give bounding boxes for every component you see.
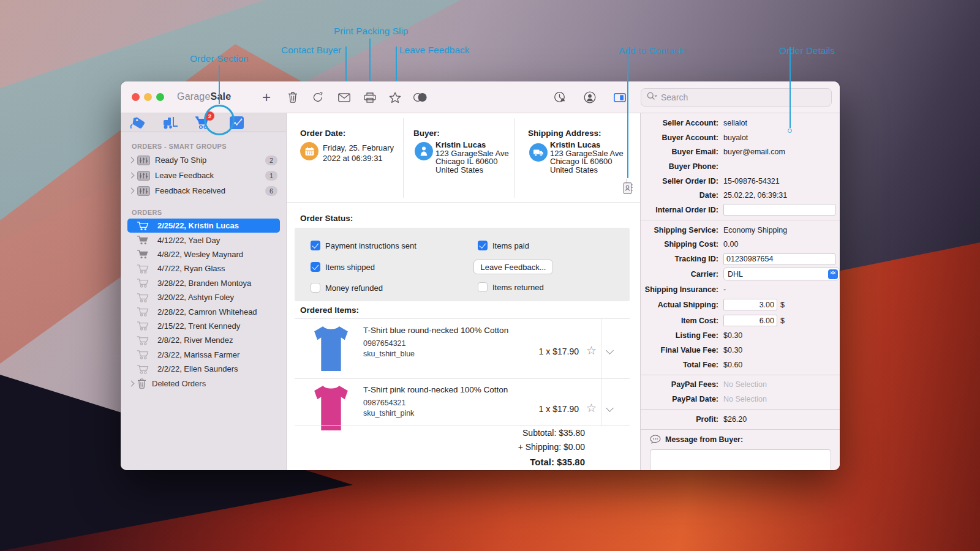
shipping-insurance-value: -: [723, 285, 726, 294]
detail-row: Shipping Cost:0.00: [641, 238, 840, 252]
item-sku: sku_tshirt_pink: [363, 409, 414, 418]
detail-row: Final Value Fee:$0.30: [641, 343, 840, 358]
order-list-item[interactable]: 3/28/22, Branden Montoya: [121, 276, 286, 290]
sidebar-item-deleted-orders[interactable]: Deleted Orders: [121, 376, 286, 391]
annotation-print-packing-slip: Print Packing Slip: [334, 26, 408, 37]
garagesale-window: GarageSale +: [121, 81, 840, 470]
shipping-service-value: Economy Shipping: [723, 226, 787, 234]
expand-chevron-icon[interactable]: [606, 347, 614, 354]
add-button[interactable]: +: [257, 89, 276, 105]
account-person-icon[interactable]: [581, 89, 599, 105]
buyer-email-value: buyer@email.com: [723, 148, 785, 156]
smart-group-icon: [137, 171, 150, 181]
cart-icon: [137, 321, 149, 331]
message-from-buyer-textarea[interactable]: [650, 449, 831, 470]
internal-order-id-input[interactable]: [723, 204, 835, 216]
sidebar-item-ready-to-ship[interactable]: Ready To Ship 2: [121, 152, 286, 168]
zoom-window-button[interactable]: [156, 93, 164, 101]
seller-order-id-value: 15-09876-54321: [723, 177, 780, 186]
checkbox-checked-icon[interactable]: [311, 262, 320, 272]
calendar-icon: [300, 142, 318, 160]
ordered-items-heading: Ordered Items:: [300, 305, 359, 315]
order-date-heading: Order Date:: [300, 129, 345, 138]
checkbox-checked-icon[interactable]: [478, 241, 488, 250]
minimize-window-button[interactable]: [144, 93, 152, 101]
sidebar-item-leave-feedback[interactable]: Leave Feedback 1: [121, 168, 286, 183]
divider: [514, 118, 515, 198]
disclosure-chevron-icon[interactable]: [129, 380, 135, 386]
order-list-item[interactable]: 2/25/22, Kristin Lucas: [121, 219, 286, 233]
buyer-person-icon: [415, 142, 433, 160]
tracking-id-input[interactable]: [723, 253, 835, 265]
order-list-item[interactable]: 4/8/22, Wesley Maynard: [121, 247, 286, 261]
disclosure-chevron-icon[interactable]: [129, 157, 135, 163]
search-input[interactable]: [661, 92, 826, 102]
divider: [641, 409, 840, 410]
divider: [641, 220, 840, 220]
order-date-value: Friday, 25. February2022 at 06:39:31: [323, 143, 394, 163]
order-list-item[interactable]: 2/15/22, Trent Kennedy: [121, 319, 286, 333]
annotation-add-to-contacts: Add to Contacts: [619, 45, 686, 56]
order-details-panel: Seller Account:sellalot Buyer Account:bu…: [640, 113, 840, 470]
sidebar: ORDERS - SMART GROUPS Ready To Ship 2 Le…: [121, 132, 287, 470]
item-title: T-Shirt pink round-necked 100% Cotton: [363, 385, 508, 394]
cart-icon: [137, 278, 149, 288]
checkbox-unchecked-icon[interactable]: [311, 283, 320, 293]
detail-row: Carrier: DHL: [641, 266, 840, 282]
order-list-item[interactable]: 2/8/22, River Mendez: [121, 333, 286, 347]
buyer-heading: Buyer:: [413, 129, 440, 138]
refresh-icon[interactable]: [309, 89, 327, 105]
checkbox-payment-instructions[interactable]: Payment instructions sent: [311, 241, 417, 250]
order-list-item[interactable]: 4/12/22, Yael Day: [121, 233, 286, 247]
notifications-clock-icon[interactable]: [551, 89, 570, 105]
annotation-dot: [788, 129, 792, 133]
order-list-item[interactable]: 2/3/22, Marissa Farmer: [121, 348, 286, 362]
checkbox-checked-icon[interactable]: [311, 241, 320, 250]
grand-total: Total: $35.80: [518, 457, 585, 467]
leave-feedback-button[interactable]: Leave Feedback...: [473, 260, 553, 274]
item-id: 0987654321: [363, 399, 406, 407]
ordered-item-row[interactable]: T-Shirt blue round-necked 100% Cotton 09…: [287, 318, 630, 378]
checkbox-items-paid[interactable]: Items paid: [478, 241, 529, 250]
carrier-select[interactable]: DHL: [723, 268, 840, 280]
favorite-star-icon[interactable]: ☆: [586, 345, 597, 356]
tab-listings[interactable]: [121, 116, 154, 130]
sidebar-item-feedback-received[interactable]: Feedback Received 6: [121, 183, 286, 198]
trash-icon[interactable]: [284, 89, 302, 105]
leave-feedback-star-icon[interactable]: [386, 89, 404, 105]
contact-buyer-email-icon[interactable]: [335, 89, 353, 105]
disclosure-chevron-icon[interactable]: [129, 188, 135, 194]
trash-icon: [137, 378, 146, 389]
order-status-heading: Order Status:: [300, 214, 353, 223]
item-cost-input[interactable]: [723, 315, 777, 326]
detail-row: Actual Shipping:$: [641, 297, 840, 313]
detail-row: Buyer Account:buyalot: [641, 130, 840, 145]
ordered-item-row[interactable]: T-Shirt pink round-necked 100% Cotton 09…: [287, 378, 630, 425]
checkbox-items-shipped[interactable]: Items shipped: [311, 262, 375, 272]
shipping-address: Kristin Lucas 123 GarageSale Ave Chicago…: [550, 141, 624, 174]
checkbox-items-returned[interactable]: Items returned: [478, 282, 544, 292]
toggle-flags-icon[interactable]: [411, 89, 429, 105]
print-packing-slip-icon[interactable]: [361, 89, 379, 105]
checkbox-money-refunded[interactable]: Money refunded: [311, 283, 383, 293]
toggle-sidebar-icon[interactable]: [611, 89, 629, 105]
stepper-icon[interactable]: [828, 269, 838, 279]
favorite-star-icon[interactable]: ☆: [586, 403, 597, 414]
tab-shipping[interactable]: [154, 116, 187, 130]
order-list-item[interactable]: 4/7/22, Ryan Glass: [121, 261, 286, 276]
search-field[interactable]: [641, 88, 832, 107]
order-list-item[interactable]: 2/28/22, Camron Whitehead: [121, 304, 286, 318]
expand-chevron-icon[interactable]: [606, 404, 614, 412]
order-list-item[interactable]: 3/20/22, Ashtyn Foley: [121, 290, 286, 304]
item-id: 0987654321: [363, 339, 406, 348]
divider: [403, 118, 404, 198]
checkbox-unchecked-icon[interactable]: [478, 282, 488, 292]
actual-shipping-input[interactable]: [723, 299, 777, 310]
disclosure-chevron-icon[interactable]: [129, 173, 135, 179]
annotation-leave-feedback: Leave Feedback: [399, 45, 470, 56]
cart-icon: [137, 221, 149, 231]
annotation-line: [396, 47, 397, 81]
close-window-button[interactable]: [132, 93, 140, 101]
order-list-item[interactable]: 2/2/22, Ellen Saunders: [121, 362, 286, 376]
tshirt-pink-image: [309, 384, 353, 432]
